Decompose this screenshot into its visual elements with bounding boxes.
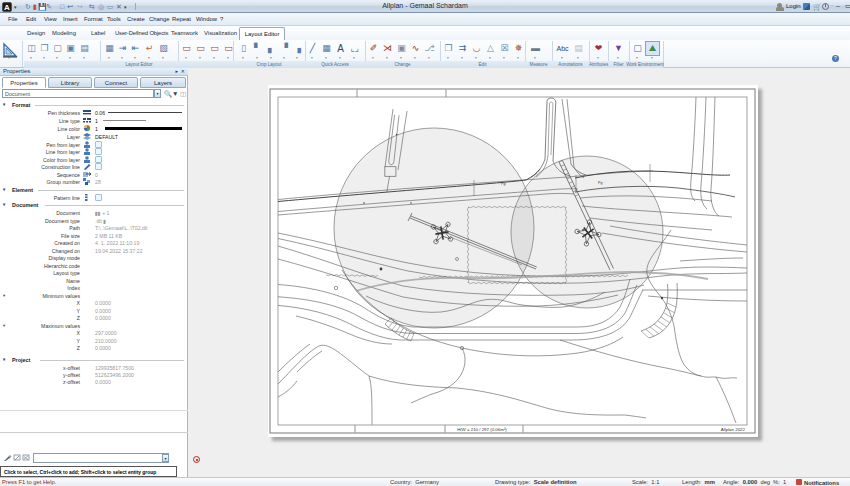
svg-text:Pg: Pg [501,182,505,186]
svg-text:H/W = 210 / 297 (0.06m²): H/W = 210 / 297 (0.06m²) [457,427,507,432]
svg-text:Pg ·´: Pg ·´ [598,181,606,185]
svg-text:Allplan 2022: Allplan 2022 [721,427,746,432]
